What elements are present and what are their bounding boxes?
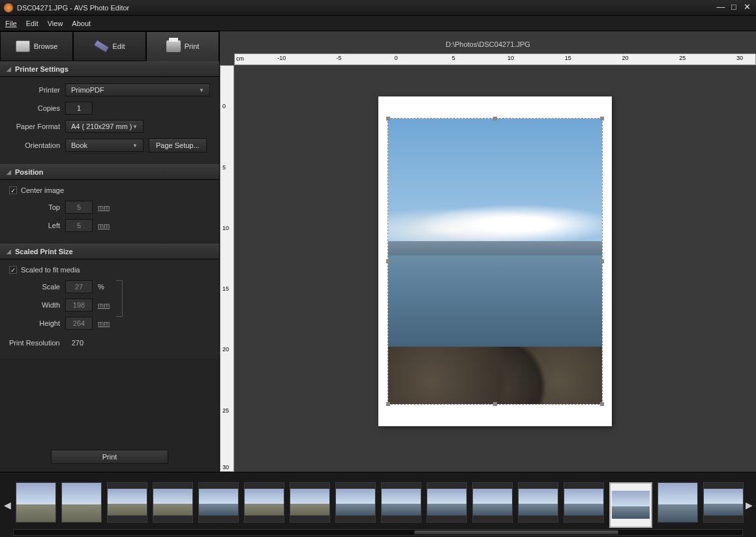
resize-handle[interactable] (386, 402, 390, 406)
printer-settings-body: Printer PrimoPDF ▼ Copies 1 Paper Format… (0, 77, 219, 164)
thumbnail-list (12, 482, 744, 528)
position-body: ✓ Center image Top 5 mm Left 5 mm (0, 180, 219, 244)
copies-input[interactable]: 1 (65, 102, 93, 115)
top-unit[interactable]: mm (98, 203, 110, 211)
scale-unit: % (98, 283, 104, 291)
center-image-checkbox[interactable]: ✓ Center image (9, 186, 210, 194)
top-input: 5 (65, 201, 93, 214)
resolution-label: Print Resolution (9, 339, 60, 347)
paper-label: Paper Format (9, 123, 60, 130)
thumbnail[interactable] (564, 482, 604, 523)
printer-label: Printer (9, 86, 60, 94)
titlebar: DSC04271.JPG - AVS Photo Editor — □ ✕ (0, 0, 756, 16)
top-label: Top (9, 203, 60, 211)
width-label: Width (9, 301, 60, 309)
window-title: DSC04271.JPG - AVS Photo Editor (17, 4, 129, 12)
filmstrip-scrollbar[interactable] (13, 529, 743, 536)
sidebar: Browse Edit Print ◢ Printer Settings Pri… (0, 31, 220, 472)
scaled-size-body: ✓ Scaled to fit media Scale 27 % Width 1… (0, 259, 219, 358)
minimize-button[interactable]: — (716, 3, 726, 12)
menu-view[interactable]: View (48, 20, 63, 27)
thumbnail[interactable] (153, 482, 193, 523)
paper-select[interactable]: A4 ( 210x297 mm ) ▼ (65, 120, 144, 133)
thumbnail[interactable] (381, 482, 421, 523)
resize-handle[interactable] (600, 117, 604, 121)
print-page (378, 96, 612, 426)
close-button[interactable]: ✕ (742, 3, 752, 12)
scale-input: 27 (65, 280, 93, 293)
page-preview-area[interactable] (234, 65, 756, 472)
width-unit[interactable]: mm (98, 301, 110, 309)
chevron-down-icon: ▼ (132, 124, 138, 130)
thumbnail[interactable] (61, 482, 102, 523)
orientation-label: Orientation (9, 141, 60, 149)
chevron-down-icon: ▼ (199, 87, 204, 93)
printer-select[interactable]: PrimoPDF ▼ (65, 83, 210, 96)
thumbnail[interactable] (107, 482, 147, 523)
tab-edit[interactable]: Edit (73, 31, 146, 61)
scaled-size-header[interactable]: ◢ Scaled Print Size (0, 244, 219, 259)
thumbnail[interactable] (427, 482, 467, 523)
resize-handle[interactable] (386, 117, 390, 121)
height-label: Height (9, 319, 60, 327)
tab-print[interactable]: Print (146, 31, 219, 61)
thumbnail[interactable] (244, 482, 284, 523)
menubar: File Edit View About (0, 16, 756, 31)
width-input: 198 (65, 298, 93, 312)
thumbnail[interactable] (16, 482, 56, 523)
left-label: Left (9, 222, 60, 229)
canvas-area: D:\Photos\DSC04271.JPG cm -10 -5 0 5 10 … (220, 31, 756, 472)
link-bracket-icon (116, 280, 123, 317)
ruler-vertical: 0 5 10 15 20 25 30 (220, 65, 234, 472)
height-unit[interactable]: mm (98, 319, 110, 327)
thumbnail[interactable] (198, 482, 239, 523)
filmstrip-prev-button[interactable]: ◀ (3, 482, 12, 528)
collapse-icon: ◢ (7, 248, 11, 255)
collapse-icon: ◢ (7, 66, 11, 72)
left-unit[interactable]: mm (98, 222, 110, 229)
scrollbar-thumb[interactable] (414, 530, 618, 534)
scale-label: Scale (9, 283, 60, 291)
window-controls: — □ ✕ (716, 3, 752, 12)
content: Browse Edit Print ◢ Printer Settings Pri… (0, 31, 756, 472)
print-button[interactable]: Print (51, 450, 168, 464)
mode-tabs: Browse Edit Print (0, 31, 219, 61)
thumbnail[interactable] (290, 482, 330, 523)
thumbnail[interactable] (335, 482, 376, 523)
resize-handle[interactable] (493, 402, 497, 406)
resize-handle[interactable] (600, 259, 604, 263)
height-input: 264 (65, 317, 93, 330)
printer-icon (166, 40, 181, 52)
chevron-down-icon: ▼ (132, 143, 138, 149)
checkbox-checked-icon: ✓ (9, 186, 17, 194)
ruler-unit-label: cm (236, 55, 244, 62)
left-input: 5 (65, 219, 93, 232)
tab-browse[interactable]: Browse (0, 31, 73, 61)
filmstrip-next-button[interactable]: ▶ (744, 482, 753, 528)
resize-handle[interactable] (600, 402, 604, 406)
copies-label: Copies (9, 104, 60, 112)
thumbnail[interactable] (703, 482, 744, 523)
printer-settings-header[interactable]: ◢ Printer Settings (0, 61, 219, 77)
menu-edit[interactable]: Edit (26, 20, 38, 27)
resolution-value: 270 (72, 339, 83, 347)
maximize-button[interactable]: □ (729, 3, 739, 12)
thumbnail-selected[interactable] (609, 482, 652, 528)
resize-handle[interactable] (386, 259, 390, 263)
filmstrip: ◀ ▶ (0, 472, 756, 537)
page-setup-button[interactable]: Page Setup... (149, 138, 207, 152)
orientation-select[interactable]: Book ▼ (65, 139, 144, 152)
fit-media-checkbox[interactable]: ✓ Scaled to fit media (9, 266, 210, 274)
thumbnail[interactable] (518, 482, 558, 523)
position-header[interactable]: ◢ Position (0, 164, 219, 180)
checkbox-checked-icon: ✓ (9, 266, 17, 274)
thumbnail[interactable] (658, 482, 698, 523)
file-path: D:\Photos\DSC04271.JPG (220, 31, 756, 53)
menu-about[interactable]: About (72, 20, 91, 27)
folder-icon (16, 40, 30, 52)
ruler-horizontal: cm -10 -5 0 5 10 15 20 25 30 (234, 53, 756, 65)
thumbnail[interactable] (472, 482, 513, 523)
menu-file[interactable]: File (5, 20, 17, 27)
photo-preview[interactable] (387, 118, 603, 405)
resize-handle[interactable] (493, 117, 497, 121)
